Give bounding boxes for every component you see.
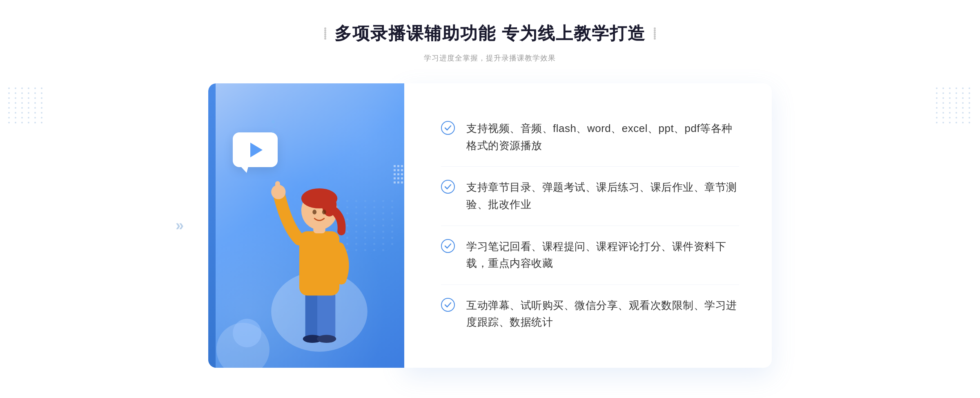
header-section: 多项录播课辅助功能 专为线上教学打造 学习进度全掌握，提升录播课教学效果 [324, 22, 656, 63]
feature-item-2: 支持章节目录、弹题考试、课后练习、课后作业、章节测验、批改作业 [441, 167, 739, 226]
svg-rect-7 [275, 181, 280, 195]
svg-point-15 [441, 180, 454, 193]
svg-rect-2 [317, 291, 335, 340]
svg-point-17 [441, 298, 454, 311]
illustration-card [208, 83, 404, 368]
check-icon-4 [441, 298, 455, 312]
feature-item-1: 支持视频、音频、flash、word、excel、ppt、pdf等各种格式的资源… [441, 108, 739, 167]
bg-dots-left [8, 87, 44, 123]
feature-text-4: 互动弹幕、试听购买、微信分享、观看次数限制、学习进度跟踪、数据统计 [466, 297, 739, 331]
title-row: 多项录播课辅助功能 专为线上教学打造 [324, 22, 656, 45]
content-area: » [208, 83, 772, 368]
feature-text-2: 支持章节目录、弹题考试、课后练习、课后作业、章节测验、批改作业 [466, 179, 739, 213]
svg-point-4 [317, 335, 336, 343]
features-card: 支持视频、音频、flash、word、excel、ppt、pdf等各种格式的资源… [404, 83, 772, 368]
left-page-chevron: » [176, 218, 184, 233]
page-wrapper: 多项录播课辅助功能 专为线上教学打造 学习进度全掌握，提升录播课教学效果 » [0, 6, 980, 392]
left-accent-bar [208, 83, 216, 368]
check-icon-3 [441, 239, 455, 253]
main-title: 多项录播课辅助功能 专为线上教学打造 [334, 22, 646, 45]
illustration-figure [254, 143, 385, 368]
subtitle: 学习进度全掌握，提升录播课教学效果 [424, 53, 556, 63]
feature-text-1: 支持视频、音频、flash、word、excel、ppt、pdf等各种格式的资源… [466, 120, 739, 154]
stripe-decoration [394, 165, 404, 183]
svg-point-16 [441, 239, 454, 253]
svg-point-13 [322, 210, 326, 215]
sparkle-decoration [272, 120, 275, 133]
bg-dots-right [936, 87, 972, 123]
svg-rect-5 [299, 231, 339, 295]
check-icon-1 [441, 121, 455, 135]
feature-text-3: 学习笔记回看、课程提问、课程评论打分、课件资料下载，重点内容收藏 [466, 238, 739, 272]
svg-point-12 [312, 210, 316, 215]
feature-item-3: 学习笔记回看、课程提问、课程评论打分、课件资料下载，重点内容收藏 [441, 226, 739, 285]
left-decoration-dots [324, 27, 326, 40]
svg-point-14 [441, 121, 454, 134]
check-icon-2 [441, 180, 455, 194]
feature-item-4: 互动弹幕、试听购买、微信分享、观看次数限制、学习进度跟踪、数据统计 [441, 285, 739, 343]
right-decoration-dots [654, 27, 656, 40]
